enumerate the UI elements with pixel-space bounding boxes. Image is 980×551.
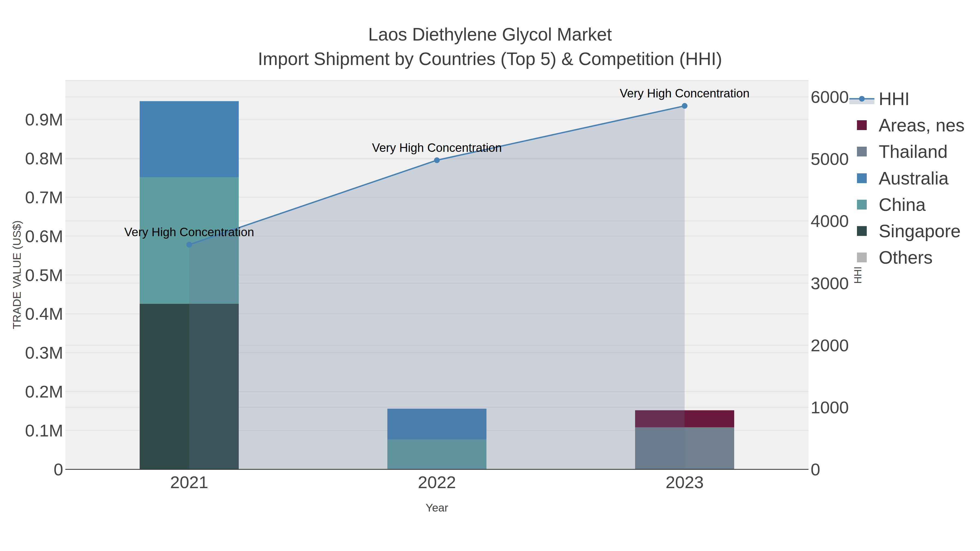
legend-label: Others <box>879 247 932 268</box>
legend-label: Australia <box>879 168 949 189</box>
legend-label: China <box>879 194 926 215</box>
legend-label: HHI <box>879 89 910 109</box>
legend-hhi-sample <box>0 0 980 551</box>
legend-label: Thailand <box>879 141 948 162</box>
legend-swatch-thailand <box>857 147 867 156</box>
legend-swatch-australia <box>857 173 867 183</box>
legend-swatch-others <box>857 252 867 262</box>
annotation-label: Very High Concentration <box>372 141 502 154</box>
legend-hhi-marker <box>859 96 865 102</box>
figure: Laos Diethylene Glycol Market Import Shi… <box>0 0 980 551</box>
legend-swatch-china <box>857 200 867 210</box>
legend-swatch-areas-nes <box>857 120 867 130</box>
annotation-label: Very High Concentration <box>124 225 254 239</box>
legend-label: Singapore <box>879 221 961 241</box>
legend-label: Areas, nes <box>879 115 965 135</box>
annotation-label: Very High Concentration <box>620 87 750 100</box>
legend-swatch-singapore <box>857 226 867 236</box>
